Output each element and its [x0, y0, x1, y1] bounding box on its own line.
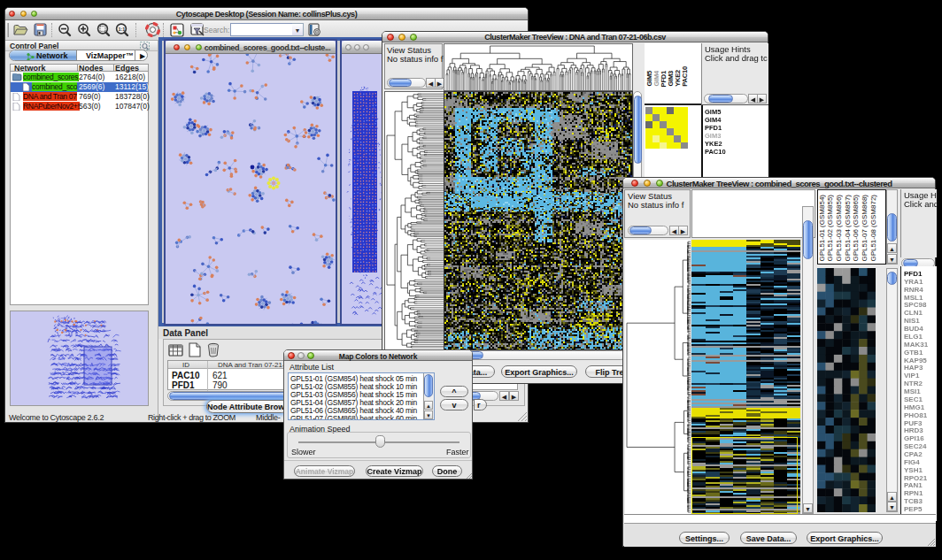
svg-text:1:1: 1:1	[118, 27, 125, 32]
